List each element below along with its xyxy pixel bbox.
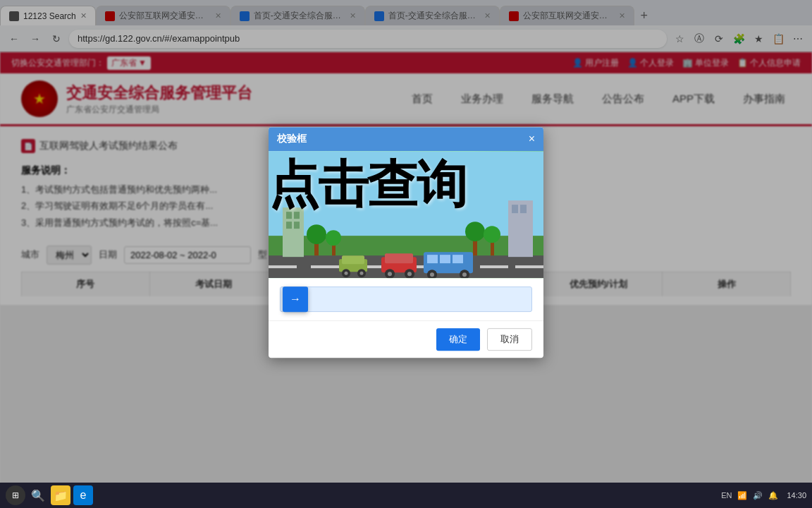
slider-track[interactable]: → [280,286,532,312]
cancel-button[interactable]: 取消 [487,328,532,351]
svg-point-45 [360,272,364,275]
scene-background: 点击查询 [269,151,543,278]
svg-rect-41 [342,255,364,264]
modal-footer: 确定 取消 [269,320,543,358]
svg-rect-3 [269,265,297,268]
svg-point-23 [465,222,485,241]
modal-header: 校验框 × [269,127,543,151]
svg-rect-9 [515,265,543,268]
taskbar-lang: EN [721,491,732,500]
taskbar-browser[interactable]: e [73,485,93,505]
svg-rect-34 [440,255,450,263]
svg-point-43 [345,272,348,275]
svg-point-21 [326,230,341,246]
modal-body: 点击查询 → [269,151,543,320]
modal-close-button[interactable]: × [529,133,535,145]
start-button[interactable]: ⊞ [6,485,25,505]
taskbar-search[interactable]: 🔍 [28,485,48,505]
time-display: 14:30 [787,491,806,500]
svg-point-31 [407,272,412,276]
svg-rect-14 [294,222,300,229]
captcha-modal: 校验框 × [269,127,543,358]
svg-rect-4 [311,265,339,268]
svg-point-25 [484,226,500,243]
taskbar-network-icon: 📶 [737,491,747,500]
slider-arrow-icon: → [290,293,301,306]
svg-point-29 [388,272,392,276]
svg-rect-8 [480,265,508,268]
svg-point-37 [430,272,434,277]
svg-rect-35 [453,255,463,263]
slider-area: → [269,278,543,320]
taskbar-sys-icons: EN 📶 🔊 🔔 [721,491,784,500]
taskbar: ⊞ 🔍 📁 e EN 📶 🔊 🔔 14:30 [0,483,812,508]
slider-thumb[interactable]: → [283,286,308,312]
taskbar-clock: 14:30 [787,491,806,500]
captcha-image[interactable]: 点击查询 [269,151,543,278]
svg-point-39 [462,272,467,277]
svg-rect-33 [427,255,438,263]
taskbar-notification-icon: 🔔 [768,491,778,500]
captcha-text: 点击查询 [269,151,543,219]
svg-rect-27 [385,253,413,263]
svg-point-19 [307,224,326,244]
confirm-button[interactable]: 确定 [436,328,480,351]
svg-rect-13 [286,222,292,229]
taskbar-files[interactable]: 📁 [51,485,70,505]
modal-title: 校验框 [277,133,307,145]
taskbar-volume-icon: 🔊 [753,491,763,500]
